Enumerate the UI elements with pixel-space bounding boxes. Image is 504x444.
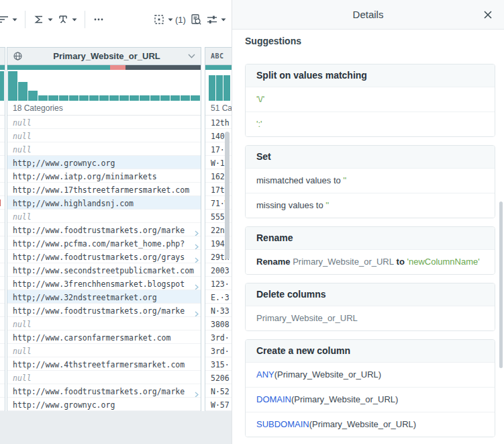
quality-missing[interactable] — [125, 65, 201, 70]
column-header[interactable]: Primary_Website_or_URL — [7, 48, 201, 65]
table-row[interactable]: null — [7, 317, 201, 330]
table-row[interactable]: N·52 — [205, 384, 232, 398]
histogram-bar[interactable] — [109, 95, 119, 101]
suggestion-item[interactable]: Rename Primary_Website_or_URL to 'newCol… — [246, 249, 495, 274]
histogram-bar[interactable] — [160, 95, 170, 101]
suggestion-item[interactable]: ANY(Primary_Website_or_URL) — [246, 362, 495, 387]
table-row[interactable]: http://www.foodtrustmarkets.org/marke — [7, 223, 201, 236]
cell-value: 2003 — [211, 266, 230, 275]
table-row[interactable]: 5206 — [205, 371, 232, 384]
histogram-bar[interactable] — [170, 95, 180, 101]
table-row[interactable]: null — [7, 371, 201, 384]
suggestion-text: 'newColumnName' — [407, 257, 479, 267]
histogram-bar[interactable] — [140, 95, 149, 101]
suggestion-card-title: Set — [246, 146, 495, 168]
histogram-bar[interactable] — [18, 82, 28, 101]
suggestion-item[interactable]: DOMAIN(Primary_Website_or_URL) — [246, 387, 495, 412]
table-row[interactable]: null — [7, 344, 201, 357]
panel-title: Details — [353, 9, 384, 20]
histogram-bar[interactable] — [28, 91, 38, 101]
histogram-bar[interactable] — [8, 71, 17, 101]
table-row[interactable]: 315· — [205, 357, 232, 371]
cell-value: 5206 — [211, 373, 230, 383]
column-title: Primary_Website_or_URL — [26, 51, 188, 61]
cell-value: http;//www.32ndstreetmarket.org — [13, 293, 157, 302]
histogram-bar[interactable] — [99, 95, 109, 101]
table-row[interactable]: null — [7, 116, 201, 129]
table-row[interactable]: http://www.pcfma.com/market_home.php? — [7, 236, 201, 250]
suggestion-item[interactable]: missing values to '' — [246, 193, 495, 218]
histogram-bar[interactable] — [38, 95, 48, 101]
suggestion-card: Split on values matching'\/'':' — [245, 64, 495, 137]
cell-value: 3rd· — [211, 333, 230, 343]
grid-vertical-scrollbar[interactable] — [225, 132, 230, 259]
table-row[interactable]: http://www.grownyc.org — [7, 398, 201, 411]
table-row[interactable]: 2003 — [205, 263, 232, 277]
column-header[interactable]: ABC — [205, 48, 232, 65]
table-row[interactable]: W·57 — [205, 398, 232, 411]
table-row[interactable]: http;//www.grownyc.org — [7, 156, 201, 169]
quality-valid[interactable] — [7, 65, 110, 70]
close-button[interactable] — [481, 8, 495, 21]
column-rows — [0, 116, 5, 411]
cell-value: 123· — [211, 279, 230, 289]
table-row[interactable]: http://www.3frenchhensmarket.blogspot — [7, 277, 201, 290]
panel-vertical-scrollbar[interactable] — [499, 202, 503, 368]
suggestion-item[interactable]: mismatched values to '' — [246, 168, 495, 193]
table-row[interactable]: N·33 — [205, 304, 232, 317]
table-row[interactable]: E.·3 — [205, 290, 232, 304]
table-row[interactable]: http://www.17thstreetfarmersmarket.com — [7, 183, 201, 196]
table-row — [0, 210, 5, 223]
histogram-bar[interactable] — [48, 95, 58, 101]
table-row — [0, 169, 5, 183]
table-row[interactable]: null — [7, 129, 201, 142]
table-row[interactable]: null — [7, 210, 201, 223]
table-row[interactable]: http://www.foodtrustmarkets.org/marke — [7, 304, 201, 317]
table-row[interactable]: http://www.4thstreetfarmersmarket.com — [7, 357, 201, 371]
table-row[interactable]: 3rd· — [205, 344, 232, 357]
histogram-bar[interactable] — [89, 95, 99, 101]
table-row[interactable]: http://www.foodtrustmarkets.org/grays — [7, 250, 201, 263]
table-row — [0, 344, 5, 357]
histogram-bar[interactable] — [69, 95, 79, 101]
histogram-bar[interactable] — [119, 95, 129, 101]
histogram-bar[interactable] — [209, 75, 215, 101]
cell-value: N·52 — [211, 387, 230, 396]
table-row[interactable]: http;//www.32ndstreetmarket.org — [7, 290, 201, 304]
suggestion-card: RenameRename Primary_Website_or_URL to '… — [245, 226, 495, 275]
suggestion-item[interactable]: SUBDOMAIN(Primary_Website_or_URL) — [246, 412, 495, 437]
histogram-bar[interactable] — [79, 95, 89, 101]
cell-value: W·57 — [211, 400, 230, 410]
table-row[interactable]: null — [7, 142, 201, 156]
cell-value: http://www.grownyc.org — [13, 400, 115, 410]
table-row[interactable]: 3808 — [205, 317, 232, 330]
suggestion-item[interactable]: ':' — [246, 112, 495, 136]
table-row[interactable]: http://www.carsonfarmersmarket.com — [7, 330, 201, 344]
suggestion-item[interactable]: Primary_Website_or_URL — [246, 306, 495, 330]
cell-value: 3rd· — [211, 347, 230, 356]
histogram-bar[interactable] — [216, 75, 223, 101]
table-row[interactable]: http://www.secondstreetpublicmarket.com — [7, 263, 201, 277]
suggestion-text: '' — [325, 200, 329, 210]
cell-value: null — [13, 347, 32, 356]
quality-mismatched[interactable] — [110, 65, 125, 70]
table-row — [0, 398, 5, 411]
table-row[interactable]: http://www.foodtrustmarkets.org/marke — [7, 384, 201, 398]
histogram-bar[interactable] — [223, 75, 230, 101]
table-row[interactable]: http;//www.highlandsnj.com — [7, 196, 201, 210]
table-row — [0, 156, 5, 169]
table-row[interactable]: http://www.iatp.org/minimarkets — [7, 169, 201, 183]
table-row[interactable]: 3rd· — [205, 330, 232, 344]
suggestion-item[interactable]: '\/' — [246, 87, 495, 112]
table-row[interactable]: 12th — [205, 116, 232, 129]
histogram-bar[interactable] — [181, 95, 190, 101]
quality-valid[interactable] — [205, 65, 232, 70]
cell-value: http://www.carsonfarmersmarket.com — [13, 333, 170, 343]
histogram-bar[interactable] — [59, 95, 68, 101]
table-row[interactable]: 123· — [205, 277, 232, 290]
histogram-bar[interactable] — [150, 95, 160, 101]
globe-icon — [13, 51, 23, 61]
histogram-bar[interactable] — [130, 95, 139, 101]
suggestion-text: (Primary_Website_or_URL) — [274, 369, 381, 380]
histogram-bar[interactable] — [191, 95, 200, 101]
